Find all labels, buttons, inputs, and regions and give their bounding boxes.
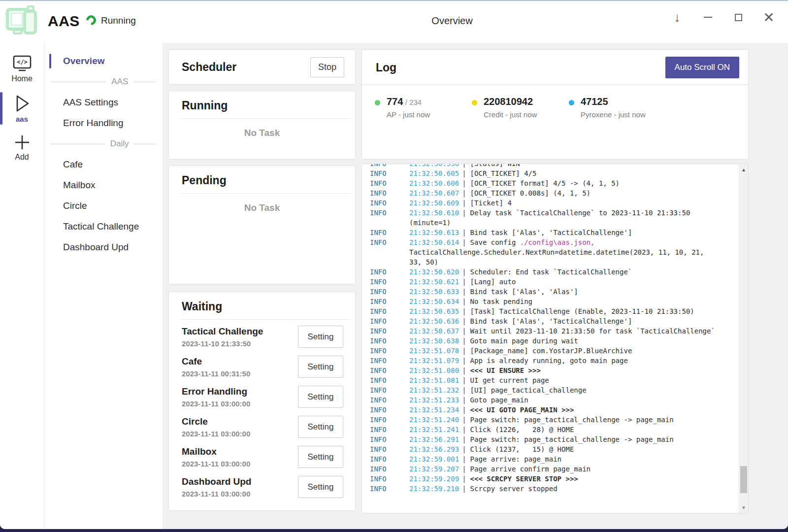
- code-monitor-icon: </>: [12, 55, 32, 72]
- log-scrollbar[interactable]: ▲ ▼: [739, 164, 748, 513]
- play-icon: [14, 94, 31, 113]
- log-line: INFO21:32:51.234|<<< UI GOTO PAGE_MAIN >…: [370, 405, 738, 415]
- log-line: INFO21:32:50.635|[Task] TacticalChalleng…: [370, 306, 738, 316]
- task-name: Error Handling: [182, 386, 250, 397]
- nav-section-divider: Daily: [44, 133, 163, 154]
- log-line: INFO21:32:50.637|Wait until 2023-11-10 2…: [370, 326, 738, 336]
- log-line: INFO21:32:50.638|Goto main page during w…: [370, 336, 738, 346]
- log-line: INFO21:32:50.634|No task pending: [370, 297, 738, 306]
- log-line: INFO21:32:50.610|Delay task `TacticalCha…: [370, 208, 738, 218]
- log-line: INFO21:32:51.241|Click (1226, 28) @ HOME: [370, 425, 738, 434]
- log-line: INFO21:32:51.080|<<< UI ENSURE >>>: [370, 366, 738, 375]
- stat-total: / 234: [405, 98, 422, 106]
- log-line: INFO21:32:59.207|Page arrive confirm pag…: [370, 464, 738, 474]
- waiting-task-row: Cafe 2023-11-11 00:31:50 Setting: [169, 352, 355, 382]
- resource-stat: 47125 Pyroxene - just now: [569, 96, 666, 119]
- rail-label-home: Home: [11, 74, 33, 83]
- log-line: INFO21:32:56.291|Page switch: page_tacti…: [370, 434, 738, 444]
- nav-item-dashboard-upd[interactable]: Dashboard Upd: [44, 237, 163, 258]
- log-line: INFO21:32:50.633|Bind task ['Alas', 'Ala…: [370, 287, 738, 297]
- log-line: INFO21:32:59.001|Page arrive: page_main: [370, 454, 738, 464]
- log-line: INFO21:32:51.240|Page switch: page_tacti…: [370, 415, 738, 425]
- task-name: Cafe: [182, 356, 250, 367]
- log-line: INFO21:32:50.609|[Ticket] 4: [370, 198, 738, 208]
- stop-button[interactable]: Stop: [310, 57, 344, 77]
- divider: [181, 118, 351, 119]
- resource-stat: 220810942 Credit - just now: [472, 96, 569, 119]
- nav-item-error-handling[interactable]: Error Handling: [44, 113, 163, 133]
- rail-item-add[interactable]: Add: [0, 129, 44, 167]
- stat-label: Pyroxene - just now: [581, 110, 646, 119]
- pending-title: Pending: [182, 174, 227, 187]
- nav-item-overview[interactable]: Overview: [44, 51, 163, 71]
- task-setting-button[interactable]: Setting: [298, 416, 343, 438]
- log-line: TacticalChallenge.Scheduler.NextRun=date…: [370, 247, 738, 257]
- pending-empty-text: No Task: [169, 202, 355, 213]
- nav-section-label: AAS: [111, 77, 128, 87]
- task-name: Tactical Challenge: [182, 326, 263, 337]
- waiting-task-row: Circle 2023-11-11 03:00:00 Setting: [169, 412, 355, 442]
- scroll-up-icon[interactable]: ▲: [739, 165, 748, 174]
- close-icon: ✕: [763, 9, 774, 26]
- nav-section-label: Daily: [110, 139, 129, 149]
- rail-item-home[interactable]: </> Home: [0, 50, 44, 89]
- stat-label: AP - just now: [387, 110, 430, 119]
- log-line: INFO21:32:50.605|[OCR_TICKET] 4/5: [370, 168, 738, 178]
- stat-dot-icon: [472, 100, 477, 105]
- nav-item-cafe[interactable]: Cafe: [44, 154, 163, 175]
- nav-item-mailbox[interactable]: Mailbox: [44, 175, 163, 196]
- minimize-button[interactable]: [698, 8, 717, 27]
- rail-item-aas[interactable]: aas: [0, 89, 44, 129]
- page-title: Overview: [431, 15, 472, 27]
- task-setting-button[interactable]: Setting: [298, 326, 343, 348]
- task-name: Dashboard Upd: [182, 476, 251, 487]
- task-setting-button[interactable]: Setting: [298, 476, 343, 498]
- log-line: INFO21:32:59.210|Scrcpy server stopped: [370, 484, 738, 494]
- log-line: INFO21:32:51.232|[UI] page_tactical_chal…: [370, 385, 738, 395]
- log-line: (minute=1): [370, 218, 738, 228]
- main-area: Scheduler Stop Running No Task Pending N…: [163, 43, 788, 529]
- log-line: INFO21:32:50.614|Save config ./config\aa…: [370, 237, 738, 247]
- task-setting-button[interactable]: Setting: [298, 386, 343, 408]
- svg-text:</>: </>: [17, 59, 28, 66]
- maximize-button[interactable]: [729, 8, 748, 27]
- log-line: INFO21:32:59.209|<<< SCRCPY SERVER STOP …: [370, 474, 738, 484]
- auto-scroll-toggle[interactable]: Auto Scroll ON: [665, 57, 739, 78]
- nav-item-circle[interactable]: Circle: [44, 196, 163, 216]
- log-view-card: INFO21:32:50.598|[Status] WININFO21:32:5…: [361, 164, 749, 513]
- scrollbar-thumb[interactable]: [740, 466, 747, 493]
- task-next-run-time: 2023-11-11 00:31:50: [182, 369, 250, 378]
- log-line: INFO21:32:50.621|[Lang] auto: [370, 277, 738, 287]
- waiting-task-row: Mailbox 2023-11-11 03:00:00 Setting: [169, 442, 355, 472]
- scheduler-title: Scheduler: [182, 61, 236, 74]
- stat-value: 220810942: [484, 96, 533, 107]
- stat-label: Credit - just now: [484, 110, 537, 119]
- scroll-down-icon[interactable]: ▼: [739, 503, 748, 512]
- task-next-run-time: 2023-11-11 03:00:00: [182, 490, 251, 498]
- nav-item-tactical-challenge[interactable]: Tactical Challenge: [44, 216, 163, 237]
- log-line: INFO21:32:50.636|Bind task ['Alas', 'Tac…: [370, 316, 738, 326]
- rail-label-add: Add: [15, 153, 29, 162]
- task-next-run-time: 2023-11-10 21:33:50: [182, 339, 263, 348]
- app-window: AAS Running Overview ↓ ✕ </> Home: [0, 0, 788, 529]
- task-setting-button[interactable]: Setting: [298, 356, 343, 378]
- app-logo-icon: [5, 4, 38, 37]
- task-next-run-time: 2023-11-11 03:00:00: [182, 430, 250, 438]
- task-setting-button[interactable]: Setting: [298, 446, 343, 468]
- close-button[interactable]: ✕: [759, 8, 778, 27]
- titlebar[interactable]: AAS Running Overview ↓ ✕: [0, 1, 788, 43]
- stat-dot-icon: [569, 100, 574, 105]
- minimize-icon: [704, 17, 712, 18]
- log-line: INFO21:32:51.081|UI get current page: [370, 375, 738, 385]
- download-update-button[interactable]: ↓: [668, 8, 687, 27]
- active-rail-indicator: [0, 92, 2, 125]
- nav-item-aas-settings[interactable]: AAS Settings: [44, 92, 163, 113]
- waiting-task-row: Tactical Challenge 2023-11-10 21:33:50 S…: [169, 322, 355, 352]
- log-line: INFO21:32:50.607|[OCR_TICKET 0.008s] (4,…: [370, 188, 738, 198]
- resource-stats: 774 / 234 AP - just now 220810942 Credit…: [362, 85, 748, 119]
- task-name: Circle: [182, 416, 250, 427]
- log-line: INFO21:32:51.233|Goto page_main: [370, 395, 738, 405]
- rail-label-aas: aas: [16, 115, 28, 123]
- log-line: INFO21:32:50.620|Scheduler: End task `Ta…: [370, 267, 738, 277]
- stat-value: 47125: [581, 96, 608, 107]
